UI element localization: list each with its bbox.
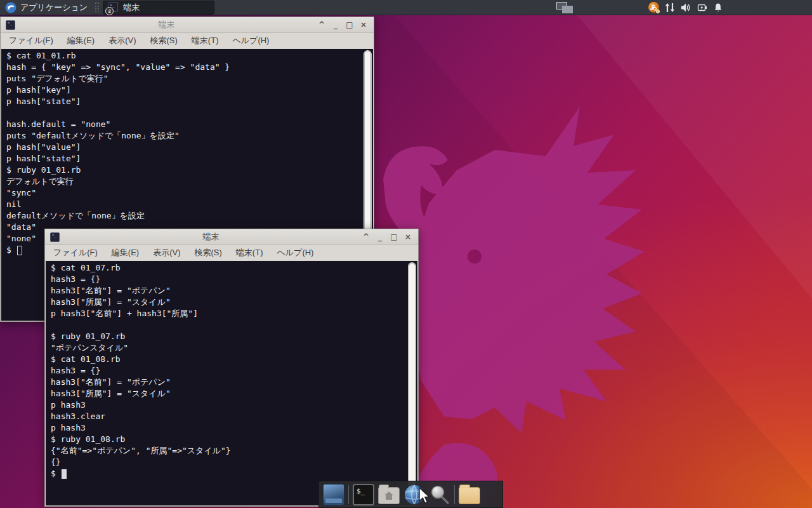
terminal-line: p hash3 <box>51 399 405 411</box>
menu-item[interactable]: ヘルプ(H) <box>270 247 320 258</box>
window-title: 端末 <box>60 231 362 243</box>
menu-item[interactable]: 端末(T) <box>229 247 270 258</box>
terminal-line: "ポテパンスタイル" <box>51 342 405 354</box>
terminal-line: {"名前"=>"ポテパン", "所属"=>"スタイル"} <box>51 445 405 457</box>
terminal-line: $ cat 01_08.rb <box>51 354 405 365</box>
close-button[interactable]: × <box>360 21 367 29</box>
terminal-output: $ cat 01_07.rbhash3 = {}hash3["名前"] = "ポ… <box>51 262 405 468</box>
applications-label: アプリケーション <box>20 2 88 13</box>
terminal-line: p hash["state"] <box>6 96 360 107</box>
scrollbar-thumb[interactable] <box>409 263 416 504</box>
dock-separator <box>348 485 349 504</box>
terminal-line: hash = { "key" => "sync", "value" => "da… <box>6 62 360 73</box>
terminal-line: hash3["名前"] = "ポテパン" <box>51 377 405 388</box>
window-count-badge: 2 <box>105 7 114 15</box>
terminal-icon: >_ <box>50 232 60 242</box>
prompt: $ <box>51 468 61 479</box>
workspace-window-front <box>562 6 573 13</box>
japanese-input-icon[interactable]: あ <box>648 2 659 13</box>
shade-button[interactable]: ^ <box>362 233 370 241</box>
terminal-launcher-icon[interactable]: $_ <box>353 484 374 505</box>
taskbar-button-label: 端末 <box>123 2 140 13</box>
dock: $_ <box>318 481 503 508</box>
network-arrows-icon[interactable] <box>665 3 675 13</box>
terminal-line: p hash["value"] <box>6 142 360 153</box>
terminal-line: hash3["名前"] = "ポテパン" <box>51 285 405 297</box>
terminal-line: $ cat 01_01.rb <box>6 50 360 62</box>
scrollbar[interactable] <box>408 262 416 504</box>
prompt-line: $ <box>51 468 405 479</box>
volume-icon[interactable] <box>681 3 691 13</box>
terminal-line: hash3["所属"] = "スタイル" <box>51 297 405 308</box>
applications-menu-button[interactable]: アプリケーション <box>0 0 93 15</box>
panel-separator <box>95 3 99 12</box>
fossa-eye <box>468 250 481 264</box>
show-desktop-icon[interactable] <box>323 484 344 505</box>
terminal-line <box>51 319 405 331</box>
desktop: アプリケーション >_ 2 端末 あ <box>0 0 812 508</box>
terminal-cursor <box>62 469 67 479</box>
menu-item[interactable]: 表示(V) <box>102 35 143 46</box>
menu-item[interactable]: 検索(S) <box>143 35 185 46</box>
terminal-line: $ ruby 01_01.rb <box>6 164 360 176</box>
menu-item[interactable]: 編集(E) <box>105 247 146 258</box>
terminal-line: $ ruby 01_07.rb <box>51 331 405 342</box>
terminal-line: p hash["key"] <box>6 84 360 96</box>
maximize-button[interactable]: □ <box>390 233 398 241</box>
battery-charging-icon[interactable] <box>697 3 707 13</box>
minimize-button[interactable]: _ <box>376 233 384 241</box>
terminal-line: puts "defaultメソッドで「none」を設定" <box>6 130 360 142</box>
terminal-line: デフォルトで実行 <box>6 176 360 187</box>
terminal-viewport[interactable]: $ cat 01_07.rbhash3 = {}hash3["名前"] = "ポ… <box>46 261 417 505</box>
terminal-line: hash.default = "none" <box>6 119 360 130</box>
menu-item[interactable]: 表示(V) <box>146 247 187 258</box>
maximize-button[interactable]: □ <box>346 21 353 29</box>
terminal-icon: >_ <box>6 20 15 30</box>
terminal-line: "sync" <box>6 187 360 199</box>
terminal-line <box>6 107 360 119</box>
terminal-line: $ ruby 01_08.rb <box>51 434 405 445</box>
terminal-line: hash3 = {} <box>51 274 405 285</box>
terminal-cursor-unfocused <box>17 246 22 255</box>
terminal-line: {} <box>51 457 405 468</box>
xfce-logo-icon <box>5 2 16 13</box>
menu-item[interactable]: ヘルプ(H) <box>225 35 276 46</box>
file-manager-icon[interactable] <box>378 487 400 504</box>
terminal-window-front: >_ 端末 ^ _ □ × ファイル(F)編集(E)表示(V)検索(S)端末(T… <box>44 229 419 507</box>
menubar: ファイル(F)編集(E)表示(V)検索(S)端末(T)ヘルプ(H) <box>45 245 418 260</box>
menubar: ファイル(F)編集(E)表示(V)検索(S)端末(T)ヘルプ(H) <box>1 33 374 48</box>
top-panel: アプリケーション >_ 2 端末 あ <box>0 0 812 15</box>
workspace-switcher[interactable] <box>556 2 573 13</box>
shade-button[interactable]: ^ <box>318 21 325 29</box>
menu-item[interactable]: 端末(T) <box>185 35 226 46</box>
menu-item[interactable]: 編集(E) <box>60 35 102 46</box>
titlebar[interactable]: >_ 端末 ^ _ □ × <box>1 17 374 33</box>
prompt: $ <box>6 244 16 256</box>
terminal-line: $ cat 01_07.rb <box>51 262 405 274</box>
terminal-line: puts "デフォルトで実行" <box>6 73 360 84</box>
terminal-line: hash3 = {} <box>51 365 405 377</box>
window-title: 端末 <box>15 19 318 30</box>
notifications-bell-icon[interactable] <box>713 3 723 13</box>
mouse-cursor <box>419 487 433 506</box>
titlebar[interactable]: >_ 端末 ^ _ □ × <box>45 229 418 245</box>
terminal-line: p hash["state"] <box>6 153 360 164</box>
terminal-line: p hash3 <box>51 422 405 434</box>
menu-item[interactable]: ファイル(F) <box>46 247 105 258</box>
terminal-line: hash3["所属"] = "スタイル" <box>51 388 405 399</box>
terminal-line: nil <box>6 199 360 210</box>
terminal-line: hash3.clear <box>51 411 405 422</box>
menu-item[interactable]: ファイル(F) <box>2 35 60 46</box>
terminal-line: p hash3["名前"] + hash3["所属"] <box>51 308 405 319</box>
terminal-line: defaultメソッドで「none」を設定 <box>6 210 360 222</box>
taskbar-button-terminal[interactable]: >_ 2 端末 <box>103 1 214 15</box>
folder-icon[interactable] <box>459 487 480 504</box>
terminal-output: $ cat 01_01.rbhash = { "key" => "sync", … <box>6 50 360 244</box>
minimize-button[interactable]: _ <box>332 21 339 29</box>
system-tray: あ <box>648 2 723 13</box>
close-button[interactable]: × <box>404 233 412 241</box>
dock-separator <box>454 485 455 504</box>
home-glyph <box>379 488 399 504</box>
menu-item[interactable]: 検索(S) <box>188 247 229 258</box>
